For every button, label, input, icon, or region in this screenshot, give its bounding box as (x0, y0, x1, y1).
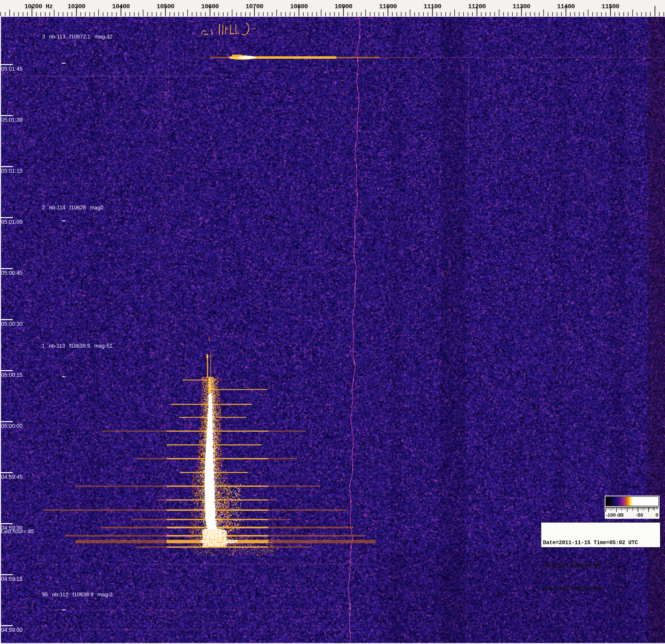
time-axis-label: 05:00:15 (1, 372, 23, 378)
time-axis-label: 05:01:15 (1, 168, 23, 174)
time-axis-label: 05:00:00 (1, 423, 23, 429)
info-frequency: Freq=143.050000 MHz (543, 562, 658, 569)
time-axis-label: 04:59:45 (1, 474, 23, 480)
status-info-box: Date=2011-11-15 Time=05:02 UTC Freq=143.… (541, 522, 661, 548)
freq-axis-label: 10600 (201, 3, 219, 10)
freq-axis-label: 11300 (513, 3, 530, 10)
freq-axis-label: 10900 (335, 3, 352, 10)
freq-axis-label: 11000 (379, 3, 397, 10)
time-axis-label: 05:00:30 (1, 321, 23, 327)
time-axis-label: 05:00:45 (1, 270, 23, 276)
freq-axis-label: 11500 (602, 3, 619, 10)
time-axis-label: 04:59:15 (1, 576, 23, 582)
time-axis-label: 05:01:30 (1, 117, 23, 123)
freq-axis-label: 10500 (156, 3, 174, 10)
time-axis-label: 05:01:00 (1, 219, 23, 225)
freq-axis-label: 10800 (290, 3, 308, 10)
freq-axis-label: 10300 (68, 3, 85, 10)
freq-axis-label: 11100 (423, 3, 441, 10)
last-hour-counter: Last hour= 95 (1, 528, 34, 534)
freq-axis-label: 10700 (246, 3, 263, 10)
color-gradient-bar (605, 496, 659, 506)
db-label-mid: -50 (636, 512, 643, 518)
db-label-min: -100 dB (606, 512, 624, 518)
time-axis-label: 04:59:00 (1, 627, 23, 633)
event-annotation-3: 3 nb-113 f10672.1 mag-32 (42, 34, 113, 40)
db-scale-ruler (605, 507, 659, 512)
event-annotation-95: 95 nb-112 f10639.9 mag-2 (42, 591, 113, 598)
spectrogram-window: 10200 Hz10300104001050010600107001080010… (0, 0, 665, 644)
freq-axis-label: 10400 (112, 3, 130, 10)
event-annotation-2: 2 nb-114 f10628 mag0 (42, 205, 103, 211)
db-label-max: 0 (656, 512, 658, 518)
freq-axis-label: 10200 Hz (24, 3, 53, 10)
event-annotation-1: 1 nb-113 f10639.9 mag-51 (42, 343, 112, 349)
intensity-color-scale: -100 dB -50 0 (605, 496, 660, 519)
info-date-time: Date=2011-11-15 Time=05:02 UTC (543, 539, 658, 547)
freq-axis-label: 11200 (468, 3, 486, 10)
info-echo-frequency: Echo=143.039795 MHz (543, 585, 658, 592)
freq-axis-label: 11400 (557, 3, 575, 10)
time-axis-label: 05:01:45 (1, 66, 23, 72)
